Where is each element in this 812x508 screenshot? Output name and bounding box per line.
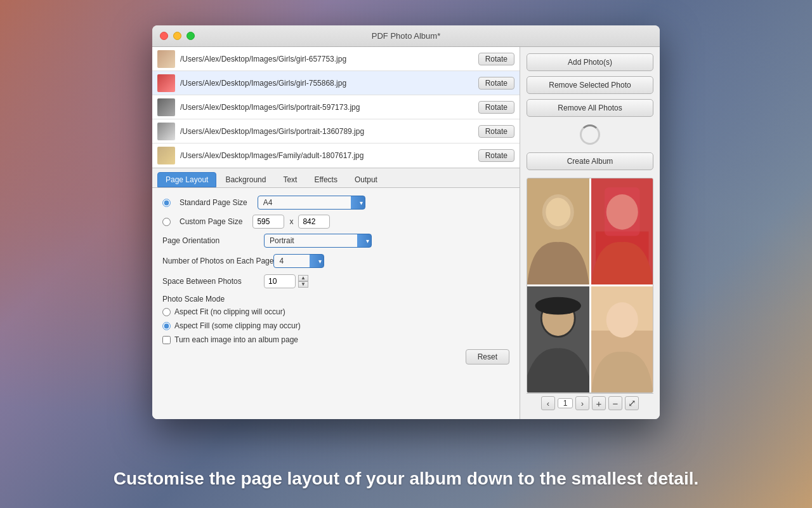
stepper-up-button[interactable]: ▲ [298, 275, 308, 281]
photo-row[interactable]: /Users/Alex/Desktop/Images/Girls/girl-75… [152, 71, 520, 95]
preview-cell-2 [591, 178, 653, 284]
svg-point-13 [606, 302, 638, 338]
zoom-in-button[interactable]: + [592, 396, 606, 410]
photo-thumbnail [157, 98, 175, 116]
svg-point-2 [546, 198, 570, 227]
aspect-fit-label: Aspect Fit (no clipping will occur) [174, 307, 285, 316]
tab-text[interactable]: Text [275, 172, 305, 187]
page-number: 1 [558, 398, 573, 408]
orientation-select[interactable]: Portrait Landscape [264, 234, 372, 248]
turn-image-checkbox[interactable] [162, 336, 171, 344]
space-between-input[interactable] [264, 274, 296, 288]
photo-list: /Users/Alex/Desktop/Images/Girls/girl-65… [152, 47, 520, 168]
tab-output[interactable]: Output [346, 172, 386, 187]
custom-width-input[interactable] [252, 215, 284, 229]
photo-thumbnail [157, 147, 175, 164]
tab-page-layout[interactable]: Page Layout [157, 172, 216, 187]
traffic-lights [160, 32, 195, 40]
reset-button-wrapper: Reset [162, 349, 509, 364]
titlebar: PDF Photo Album* [152, 25, 660, 47]
photo-path: /Users/Alex/Desktop/Images/Family/adult-… [180, 151, 478, 160]
orientation-row: Page Orientation Portrait Landscape ▾ [162, 234, 509, 248]
tab-effects[interactable]: Effects [306, 172, 345, 187]
rotate-button-2[interactable]: Rotate [478, 101, 514, 114]
remove-selected-button[interactable]: Remove Selected Photo [527, 76, 653, 94]
turn-image-row: Turn each image into an album page [162, 335, 509, 344]
space-between-label: Space Between Photos [162, 277, 264, 286]
num-photos-label: Number of Photos on Each Page [162, 257, 273, 265]
photo-scale-title: Photo Scale Mode [162, 295, 509, 304]
standard-page-size-label: Standard Page Size [180, 198, 247, 207]
aspect-fill-row: Aspect Fill (some clipping may occur) [162, 321, 509, 330]
zoom-out-button[interactable]: − [608, 396, 622, 410]
photo-scale-section: Photo Scale Mode Aspect Fit (no clipping… [162, 295, 509, 330]
custom-page-size-radio[interactable] [162, 218, 171, 226]
turn-image-label: Turn each image into an album page [174, 335, 298, 344]
reset-button[interactable]: Reset [466, 349, 509, 364]
caption: Customise the page layout of your album … [0, 469, 812, 489]
window-title: PDF Photo Album* [372, 31, 440, 41]
preview-cell-4 [591, 286, 653, 392]
preview-image-2 [591, 178, 653, 284]
photo-thumbnail [157, 123, 175, 140]
aspect-fill-radio[interactable] [162, 322, 171, 330]
photo-path: /Users/Alex/Desktop/Images/Girls/portrai… [180, 127, 478, 136]
stepper-buttons: ▲ ▼ [298, 275, 308, 288]
create-album-button[interactable]: Create Album [527, 152, 653, 170]
preview-navigation: ‹ 1 › + − ⤢ [527, 393, 653, 413]
photo-row[interactable]: /Users/Alex/Desktop/Images/Family/adult-… [152, 144, 520, 168]
photo-row[interactable]: /Users/Alex/Desktop/Images/Girls/portrai… [152, 119, 520, 144]
aspect-fit-radio[interactable] [162, 308, 171, 316]
svg-point-10 [535, 297, 581, 315]
remove-all-button[interactable]: Remove All Photos [527, 99, 653, 117]
preview-image-1 [527, 178, 589, 284]
preview-cell-1 [527, 178, 589, 284]
preview-grid [527, 178, 653, 393]
rotate-button-4[interactable]: Rotate [478, 149, 514, 162]
window-body: /Users/Alex/Desktop/Images/Girls/girl-65… [152, 47, 660, 419]
rotate-button-0[interactable]: Rotate [478, 53, 514, 65]
next-page-button[interactable]: › [575, 396, 589, 410]
prev-page-button[interactable]: ‹ [541, 396, 555, 410]
settings-panel: Standard Page Size A4 Letter A3 ▾ Custom… [152, 188, 520, 419]
photo-row[interactable]: /Users/Alex/Desktop/Images/Girls/girl-65… [152, 47, 520, 71]
add-photos-button[interactable]: Add Photo(s) [527, 53, 653, 71]
photo-row[interactable]: /Users/Alex/Desktop/Images/Girls/portrai… [152, 95, 520, 119]
space-between-row: Space Between Photos ▲ ▼ [162, 274, 509, 288]
photo-thumbnail [157, 74, 175, 92]
fit-to-window-button[interactable]: ⤢ [625, 396, 639, 410]
left-panel: /Users/Alex/Desktop/Images/Girls/girl-65… [152, 47, 520, 419]
tab-background[interactable]: Background [217, 172, 274, 187]
orientation-label: Page Orientation [162, 236, 264, 245]
preview-cell-3 [527, 286, 589, 392]
num-photos-row: Number of Photos on Each Page 4 1 2 6 9 … [162, 254, 509, 268]
custom-page-size-label: Custom Page Size [180, 217, 242, 226]
num-photos-select[interactable]: 4 1 2 6 9 [273, 254, 324, 268]
maximize-button[interactable] [187, 32, 195, 40]
photo-path: /Users/Alex/Desktop/Images/Girls/girl-65… [180, 55, 478, 64]
page-size-select[interactable]: A4 Letter A3 [258, 196, 365, 210]
preview-image-4 [591, 286, 653, 392]
photo-thumbnail [157, 50, 175, 68]
stepper-down-button[interactable]: ▼ [298, 281, 308, 288]
minimize-button[interactable] [173, 32, 181, 40]
svg-rect-6 [604, 187, 639, 236]
right-panel: Add Photo(s) Remove Selected Photo Remov… [520, 47, 660, 419]
aspect-fill-label: Aspect Fill (some clipping may occur) [174, 321, 301, 330]
rotate-button-3[interactable]: Rotate [478, 125, 514, 138]
standard-page-size-row: Standard Page Size A4 Letter A3 ▾ [162, 196, 509, 210]
rotate-button-1[interactable]: Rotate [478, 77, 514, 90]
custom-page-size-row: Custom Page Size x [162, 215, 509, 229]
times-label: x [289, 217, 293, 226]
close-button[interactable] [160, 32, 168, 40]
tabs-bar: Page Layout Background Text Effects Outp… [152, 168, 520, 188]
preview-area: ‹ 1 › + − ⤢ [527, 178, 653, 413]
custom-height-input[interactable] [298, 215, 330, 229]
spinner-area [527, 122, 653, 147]
standard-page-size-radio[interactable] [162, 199, 171, 207]
aspect-fit-row: Aspect Fit (no clipping will occur) [162, 307, 509, 316]
photo-path: /Users/Alex/Desktop/Images/Girls/girl-75… [180, 79, 478, 88]
preview-image-3 [527, 286, 589, 392]
space-stepper: ▲ ▼ [264, 274, 308, 288]
photo-path: /Users/Alex/Desktop/Images/Girls/portrai… [180, 103, 478, 112]
